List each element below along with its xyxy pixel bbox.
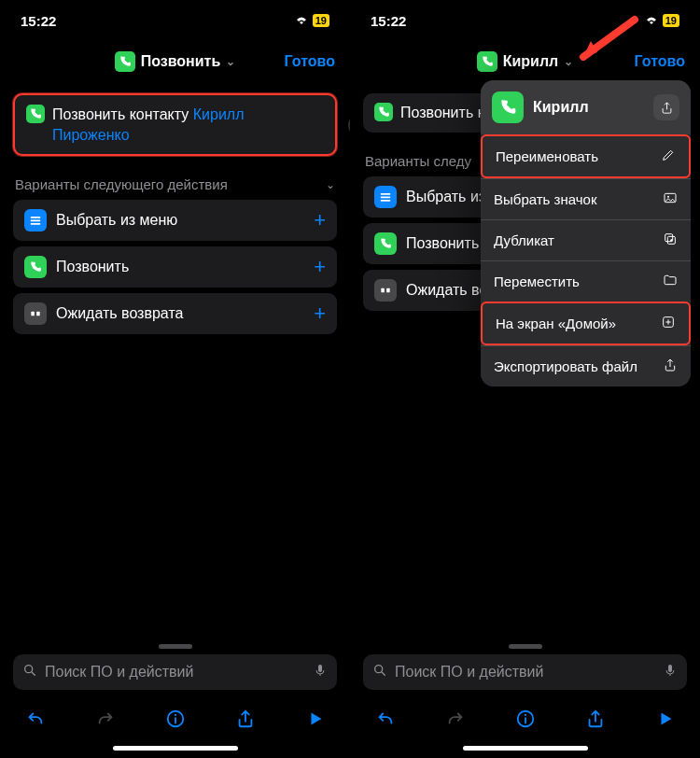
done-button[interactable]: Готово: [635, 53, 685, 70]
phone-icon: [24, 256, 47, 278]
plus-icon[interactable]: +: [314, 255, 326, 279]
search-placeholder: Поиск ПО и действий: [395, 664, 543, 681]
header-title-group[interactable]: Кирилл ⌄: [477, 51, 574, 72]
menu-item-choose-icon[interactable]: Выбрать значок: [481, 178, 691, 219]
share-button[interactable]: [575, 698, 616, 739]
wifi-icon: [294, 15, 309, 26]
status-bar: 15:22 19: [0, 0, 350, 41]
popover-header: Кирилл: [481, 80, 691, 134]
phone-icon: [374, 232, 397, 255]
battery-icon: 19: [313, 14, 329, 27]
menu-icon: [24, 209, 47, 232]
header-title-group[interactable]: Позвонить ⌄: [115, 51, 236, 72]
drag-handle[interactable]: [509, 644, 542, 649]
suggestion-label: Позвонить: [406, 235, 479, 252]
wifi-icon: [644, 15, 659, 26]
phone-app-icon: [115, 51, 135, 72]
menu-item-duplicate[interactable]: Дубликат: [481, 219, 691, 260]
action-text: Позвонить контакту Кирилл Пироженко: [52, 105, 324, 145]
content: Позвонить контакту Кирилл Пироженко Вари…: [0, 82, 350, 639]
svg-rect-20: [381, 196, 391, 198]
info-button[interactable]: [505, 698, 546, 739]
action-prefix: Позвонить контакту: [52, 106, 189, 122]
chevron-down-icon: ⌄: [564, 55, 573, 68]
suggestion-label: Ожидать возврата: [56, 305, 183, 322]
info-button[interactable]: [155, 698, 196, 739]
undo-button[interactable]: [15, 698, 56, 739]
battery-percent: 19: [663, 14, 679, 27]
menu-item-label: На экран «Домой»: [496, 316, 616, 331]
svg-rect-5: [31, 220, 41, 222]
next-action-label: Варианты следующего действия: [15, 176, 228, 192]
chevron-down-icon: ⌄: [326, 178, 335, 191]
suggestion-choose-from-menu[interactable]: Выбрать из меню +: [13, 200, 337, 241]
svg-rect-6: [31, 223, 41, 225]
plus-square-icon: [661, 315, 676, 332]
home-indicator[interactable]: [113, 746, 238, 751]
drag-handle[interactable]: [159, 644, 192, 649]
status-bar: 15:22 19: [350, 0, 700, 41]
menu-item-add-to-home[interactable]: На экран «Домой»: [481, 302, 691, 345]
popover-title: Кирилл: [533, 99, 644, 116]
phone-app-icon: [374, 103, 393, 121]
suggestion-call[interactable]: Позвонить +: [13, 246, 337, 288]
home-indicator[interactable]: [463, 746, 588, 751]
next-action-label: Варианты следу: [365, 153, 471, 169]
status-time: 15:22: [371, 13, 406, 29]
image-icon: [663, 190, 678, 208]
header-title: Кирилл: [503, 53, 559, 70]
svg-rect-11: [318, 665, 322, 672]
menu-item-rename[interactable]: Переименовать: [481, 134, 691, 178]
menu-item-move[interactable]: Переместить: [481, 260, 691, 302]
svg-point-14: [174, 714, 175, 716]
plus-icon[interactable]: +: [314, 302, 326, 326]
header: Позвонить ⌄ Готово: [0, 41, 350, 82]
wait-icon: [374, 279, 397, 302]
wait-icon: [24, 302, 47, 325]
search-bar[interactable]: Поиск ПО и действий: [363, 654, 687, 690]
plus-icon[interactable]: +: [314, 208, 326, 232]
battery-icon: 19: [663, 14, 679, 27]
suggestion-label: Выбрать из меню: [56, 212, 177, 229]
pencil-icon: [661, 147, 676, 165]
svg-rect-26: [668, 665, 672, 672]
share-button[interactable]: [225, 698, 266, 739]
menu-item-export-file[interactable]: Экспортировать файл: [481, 345, 691, 386]
redo-button: [435, 698, 476, 739]
redo-button: [85, 698, 126, 739]
search-bar[interactable]: Поиск ПО и действий: [13, 654, 337, 690]
mic-icon[interactable]: [663, 663, 678, 681]
phone-left: 15:22 19 Позвонить ⌄ Готово Позвонить ко…: [0, 0, 350, 758]
toolbar: [0, 695, 350, 742]
run-button[interactable]: [295, 698, 336, 739]
svg-rect-7: [31, 312, 35, 316]
mic-icon[interactable]: [313, 663, 328, 681]
svg-point-29: [524, 714, 525, 716]
menu-item-label: Переместить: [494, 274, 580, 289]
folder-icon: [663, 273, 678, 290]
menu-item-label: Выбрать значок: [494, 191, 596, 207]
svg-point-31: [667, 196, 669, 198]
status-right: 19: [640, 14, 679, 27]
share-icon-button[interactable]: [653, 94, 679, 120]
menu-item-label: Переименовать: [496, 148, 598, 164]
share-icon: [663, 358, 678, 375]
action-card[interactable]: Позвонить контакту Кирилл Пироженко: [13, 93, 337, 156]
svg-rect-4: [31, 217, 41, 218]
duplicate-icon: [663, 232, 678, 249]
phone-app-icon: [492, 91, 524, 123]
header: Кирилл ⌄ Готово: [350, 41, 700, 82]
suggestion-label: Позвонить: [56, 259, 129, 275]
chevron-down-icon: ⌄: [226, 55, 235, 68]
done-button[interactable]: Готово: [285, 53, 335, 70]
suggestion-wait-return[interactable]: Ожидать возврата +: [13, 293, 337, 334]
run-button[interactable]: [645, 698, 686, 739]
menu-icon: [374, 186, 397, 208]
next-action-header[interactable]: Варианты следующего действия ⌄: [13, 173, 337, 200]
phone-right: 15:22 19 Кирилл ⌄ Готово Позвонить конта…: [350, 0, 700, 758]
battery-percent: 19: [313, 14, 329, 27]
search-icon: [22, 663, 37, 681]
undo-button[interactable]: [365, 698, 406, 739]
shortcut-context-menu: Кирилл Переименовать Выбрать значок Дубл…: [481, 80, 691, 386]
svg-rect-22: [381, 288, 385, 292]
